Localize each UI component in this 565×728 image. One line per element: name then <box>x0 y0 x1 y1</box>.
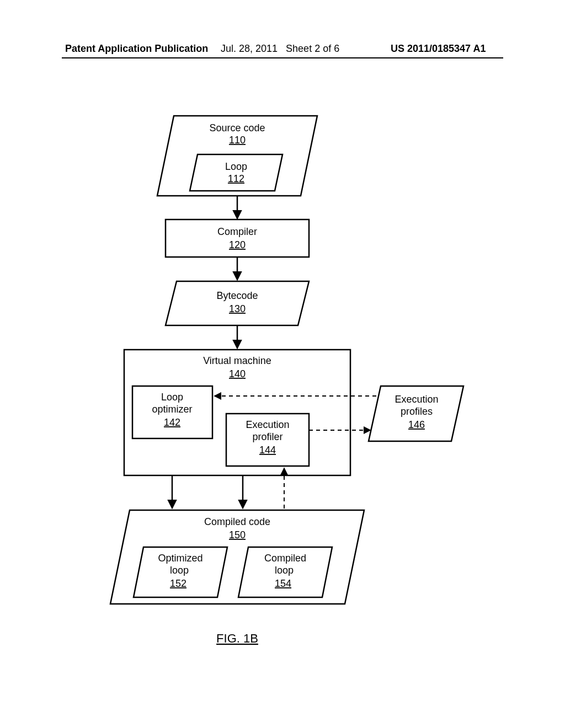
bytecode-block: Bytecode 130 <box>166 281 309 325</box>
bytecode-label: Bytecode <box>216 290 258 301</box>
execution-profiles-ref: 146 <box>408 419 425 430</box>
execution-profiles-block: Execution profiles 146 <box>369 386 463 441</box>
loop-label: Loop <box>225 161 247 172</box>
compiler-ref: 120 <box>229 239 246 250</box>
source-code-block: Source code 110 Loop 112 <box>157 116 317 196</box>
compiled-loop-block: Compiled loop 154 <box>238 547 332 597</box>
compiler-label: Compiler <box>217 226 257 237</box>
publication-type: Patent Application Publication <box>65 43 208 55</box>
vm-label: Virtual machine <box>203 355 271 366</box>
compiled-loop-label-2: loop <box>275 565 294 576</box>
figure-label: FIG. 1B <box>216 631 258 645</box>
publication-date-sheet: Jul. 28, 2011 Sheet 2 of 6 <box>221 43 339 55</box>
vm-ref: 140 <box>229 368 246 379</box>
execution-profiler-label-2: profiler <box>252 431 282 442</box>
compiled-code-ref: 150 <box>229 529 246 540</box>
optimized-loop-block: Optimized loop 152 <box>134 547 227 597</box>
bytecode-ref: 130 <box>229 303 246 314</box>
execution-profiles-label-1: Execution <box>395 394 438 405</box>
compiled-loop-ref: 154 <box>275 578 291 589</box>
publication-date: Jul. 28, 2011 <box>221 43 278 54</box>
virtual-machine-block: Virtual machine 140 Loop optimizer 142 E… <box>124 350 350 475</box>
svg-rect-2 <box>166 220 309 257</box>
compiled-loop-label-1: Compiled <box>264 553 306 564</box>
publication-number: US 2011/0185347 A1 <box>391 43 486 55</box>
sheet-number: Sheet 2 of 6 <box>286 43 339 54</box>
loop-optimizer-block: Loop optimizer 142 <box>132 386 212 438</box>
svg-marker-1 <box>190 154 282 191</box>
source-code-ref: 110 <box>229 135 246 146</box>
execution-profiler-ref: 144 <box>259 445 276 456</box>
compiler-block: Compiler 120 <box>166 220 309 257</box>
source-code-label: Source code <box>209 122 265 133</box>
page: Patent Application Publication Jul. 28, … <box>0 0 565 728</box>
header-rule <box>62 57 503 58</box>
loop-ref: 112 <box>228 173 244 184</box>
loop-optimizer-label-2: optimizer <box>152 404 192 415</box>
compiled-code-block: Compiled code 150 Optimized loop 152 Com… <box>110 510 364 604</box>
loop-optimizer-ref: 142 <box>164 417 180 428</box>
execution-profiles-label-2: profiles <box>401 406 433 417</box>
optimized-loop-label-1: Optimized <box>158 553 202 564</box>
loop-optimizer-label-1: Loop <box>161 392 183 403</box>
optimized-loop-ref: 152 <box>170 578 186 589</box>
execution-profiler-label-1: Execution <box>246 419 289 430</box>
compiled-code-label: Compiled code <box>204 516 270 527</box>
execution-profiler-block: Execution profiler 144 <box>226 414 309 466</box>
optimized-loop-label-2: loop <box>170 565 189 576</box>
